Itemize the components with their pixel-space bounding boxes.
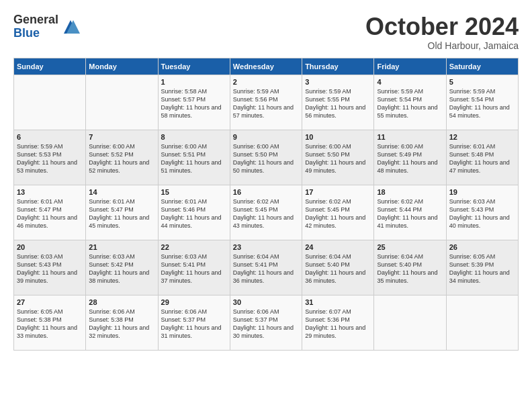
day-info: Sunrise: 5:59 AM Sunset: 5:55 PM Dayligh… <box>305 87 371 120</box>
day-info: Sunrise: 6:03 AM Sunset: 5:43 PM Dayligh… <box>449 197 515 230</box>
header-friday: Friday <box>374 58 446 75</box>
day-number: 29 <box>161 298 227 306</box>
logo: General Blue <box>13 13 80 40</box>
day-info: Sunrise: 6:02 AM Sunset: 5:45 PM Dayligh… <box>305 197 371 230</box>
calendar-cell: 30Sunrise: 6:06 AM Sunset: 5:37 PM Dayli… <box>230 295 302 350</box>
calendar-cell: 2Sunrise: 5:59 AM Sunset: 5:56 PM Daylig… <box>230 75 302 130</box>
logo-icon <box>61 17 80 36</box>
day-number: 16 <box>233 188 299 196</box>
calendar-cell: 15Sunrise: 6:01 AM Sunset: 5:46 PM Dayli… <box>158 185 230 240</box>
title-block: October 2024 Old Harbour, Jamaica <box>365 13 519 51</box>
week-row-3: 13Sunrise: 6:01 AM Sunset: 5:47 PM Dayli… <box>14 185 519 240</box>
day-number: 6 <box>17 133 83 141</box>
day-info: Sunrise: 6:07 AM Sunset: 5:36 PM Dayligh… <box>305 308 371 340</box>
day-info: Sunrise: 6:06 AM Sunset: 5:37 PM Dayligh… <box>161 308 227 340</box>
day-number: 20 <box>17 243 83 251</box>
header-monday: Monday <box>86 58 158 75</box>
day-number: 22 <box>161 243 227 251</box>
day-number: 31 <box>305 298 371 306</box>
day-info: Sunrise: 6:00 AM Sunset: 5:51 PM Dayligh… <box>161 142 227 175</box>
day-number: 30 <box>233 298 299 306</box>
day-number: 21 <box>89 243 154 251</box>
page-header: General Blue October 2024 Old Harbour, J… <box>13 13 519 51</box>
day-number: 27 <box>17 298 83 306</box>
day-number: 2 <box>233 78 299 86</box>
day-number: 12 <box>449 133 515 141</box>
day-number: 9 <box>233 133 299 141</box>
day-number: 28 <box>89 298 154 306</box>
week-row-4: 20Sunrise: 6:03 AM Sunset: 5:43 PM Dayli… <box>14 240 519 295</box>
calendar-cell: 8Sunrise: 6:00 AM Sunset: 5:51 PM Daylig… <box>158 130 230 185</box>
day-info: Sunrise: 6:04 AM Sunset: 5:40 PM Dayligh… <box>305 253 371 285</box>
day-number: 1 <box>161 78 227 86</box>
day-info: Sunrise: 6:02 AM Sunset: 5:45 PM Dayligh… <box>233 197 299 230</box>
calendar-cell <box>446 295 518 350</box>
header-thursday: Thursday <box>302 58 374 75</box>
calendar-cell <box>86 75 158 130</box>
day-info: Sunrise: 6:04 AM Sunset: 5:41 PM Dayligh… <box>233 253 299 285</box>
header-row: SundayMondayTuesdayWednesdayThursdayFrid… <box>14 58 519 75</box>
day-info: Sunrise: 6:06 AM Sunset: 5:38 PM Dayligh… <box>89 308 154 340</box>
day-number: 26 <box>449 243 515 251</box>
calendar-cell: 10Sunrise: 6:00 AM Sunset: 5:50 PM Dayli… <box>302 130 374 185</box>
day-info: Sunrise: 6:05 AM Sunset: 5:39 PM Dayligh… <box>449 253 515 285</box>
day-number: 14 <box>89 188 154 196</box>
day-info: Sunrise: 5:58 AM Sunset: 5:57 PM Dayligh… <box>161 87 227 120</box>
day-number: 24 <box>305 243 371 251</box>
calendar-cell: 27Sunrise: 6:05 AM Sunset: 5:38 PM Dayli… <box>14 295 86 350</box>
day-number: 17 <box>305 188 371 196</box>
calendar-cell <box>374 295 446 350</box>
day-info: Sunrise: 6:05 AM Sunset: 5:38 PM Dayligh… <box>17 308 83 340</box>
calendar-cell: 31Sunrise: 6:07 AM Sunset: 5:36 PM Dayli… <box>302 295 374 350</box>
day-info: Sunrise: 6:04 AM Sunset: 5:40 PM Dayligh… <box>377 253 443 285</box>
header-wednesday: Wednesday <box>230 58 302 75</box>
calendar-cell: 5Sunrise: 5:59 AM Sunset: 5:54 PM Daylig… <box>446 75 518 130</box>
day-info: Sunrise: 6:00 AM Sunset: 5:50 PM Dayligh… <box>305 142 371 175</box>
calendar-cell: 24Sunrise: 6:04 AM Sunset: 5:40 PM Dayli… <box>302 240 374 295</box>
calendar-cell: 26Sunrise: 6:05 AM Sunset: 5:39 PM Dayli… <box>446 240 518 295</box>
day-info: Sunrise: 6:03 AM Sunset: 5:43 PM Dayligh… <box>17 253 83 285</box>
week-row-5: 27Sunrise: 6:05 AM Sunset: 5:38 PM Dayli… <box>14 295 519 350</box>
day-number: 19 <box>449 188 515 196</box>
calendar-cell: 7Sunrise: 6:00 AM Sunset: 5:52 PM Daylig… <box>86 130 158 185</box>
day-info: Sunrise: 6:02 AM Sunset: 5:44 PM Dayligh… <box>377 197 443 230</box>
calendar-cell: 29Sunrise: 6:06 AM Sunset: 5:37 PM Dayli… <box>158 295 230 350</box>
calendar-cell: 22Sunrise: 6:03 AM Sunset: 5:41 PM Dayli… <box>158 240 230 295</box>
day-number: 15 <box>161 188 227 196</box>
day-number: 23 <box>233 243 299 251</box>
logo-general-text: General <box>13 13 58 27</box>
calendar-cell: 28Sunrise: 6:06 AM Sunset: 5:38 PM Dayli… <box>86 295 158 350</box>
calendar-cell: 9Sunrise: 6:00 AM Sunset: 5:50 PM Daylig… <box>230 130 302 185</box>
day-number: 7 <box>89 133 154 141</box>
day-info: Sunrise: 5:59 AM Sunset: 5:54 PM Dayligh… <box>377 87 443 120</box>
day-number: 18 <box>377 188 443 196</box>
calendar-cell: 14Sunrise: 6:01 AM Sunset: 5:47 PM Dayli… <box>86 185 158 240</box>
day-number: 3 <box>305 78 371 86</box>
month-title: October 2024 <box>365 13 519 40</box>
day-number: 13 <box>17 188 83 196</box>
calendar-cell: 13Sunrise: 6:01 AM Sunset: 5:47 PM Dayli… <box>14 185 86 240</box>
day-number: 4 <box>377 78 443 86</box>
day-info: Sunrise: 6:01 AM Sunset: 5:48 PM Dayligh… <box>449 142 515 175</box>
calendar-cell: 1Sunrise: 5:58 AM Sunset: 5:57 PM Daylig… <box>158 75 230 130</box>
day-info: Sunrise: 6:00 AM Sunset: 5:50 PM Dayligh… <box>233 142 299 175</box>
calendar-table: SundayMondayTuesdayWednesdayThursdayFrid… <box>13 58 519 351</box>
location: Old Harbour, Jamaica <box>365 40 519 51</box>
day-info: Sunrise: 6:00 AM Sunset: 5:52 PM Dayligh… <box>89 142 154 175</box>
header-saturday: Saturday <box>446 58 518 75</box>
day-info: Sunrise: 6:01 AM Sunset: 5:47 PM Dayligh… <box>89 197 154 230</box>
day-number: 5 <box>449 78 515 86</box>
calendar-cell: 17Sunrise: 6:02 AM Sunset: 5:45 PM Dayli… <box>302 185 374 240</box>
calendar-cell: 3Sunrise: 5:59 AM Sunset: 5:55 PM Daylig… <box>302 75 374 130</box>
day-info: Sunrise: 5:59 AM Sunset: 5:53 PM Dayligh… <box>17 142 83 175</box>
header-sunday: Sunday <box>14 58 86 75</box>
calendar-cell: 6Sunrise: 5:59 AM Sunset: 5:53 PM Daylig… <box>14 130 86 185</box>
week-row-1: 1Sunrise: 5:58 AM Sunset: 5:57 PM Daylig… <box>14 75 519 130</box>
calendar-cell: 12Sunrise: 6:01 AM Sunset: 5:48 PM Dayli… <box>446 130 518 185</box>
day-info: Sunrise: 6:03 AM Sunset: 5:41 PM Dayligh… <box>161 253 227 285</box>
day-info: Sunrise: 6:03 AM Sunset: 5:42 PM Dayligh… <box>89 253 154 285</box>
logo-blue-text: Blue <box>13 27 58 40</box>
day-number: 11 <box>377 133 443 141</box>
calendar-cell: 25Sunrise: 6:04 AM Sunset: 5:40 PM Dayli… <box>374 240 446 295</box>
calendar-cell: 19Sunrise: 6:03 AM Sunset: 5:43 PM Dayli… <box>446 185 518 240</box>
